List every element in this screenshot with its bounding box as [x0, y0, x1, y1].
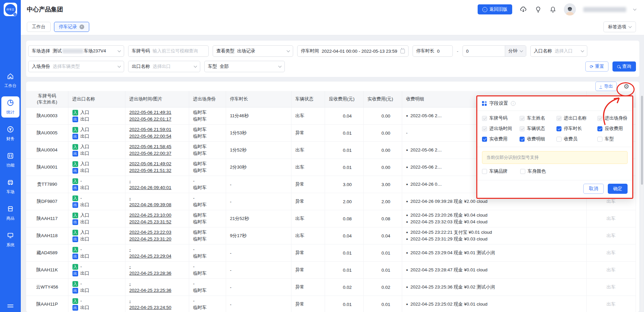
field-checkbox-unchecked[interactable]: 车型	[597, 136, 635, 142]
car-type-select[interactable]: 车型 全部	[204, 61, 285, 72]
field-checkbox-unchecked[interactable]: 车身颜色	[520, 168, 546, 174]
cancel-button[interactable]: 取消	[583, 184, 604, 194]
exit-time-link[interactable]: 2022-04-25 23:29:04	[129, 253, 185, 260]
exit-time-link[interactable]: 2022-05-06 22:00:54	[129, 133, 185, 140]
entry-time-link[interactable]: -	[129, 280, 185, 287]
field-checkbox-checked[interactable]: 收费明细	[520, 136, 556, 142]
sidebar-item-system[interactable]: 系统	[1, 229, 19, 250]
entry-time-link[interactable]: 2022-05-06 21:49:31	[129, 109, 185, 116]
entry-time-link[interactable]: -	[129, 178, 185, 184]
checkbox-checked-icon[interactable]	[520, 137, 525, 142]
checkbox-unchecked-icon[interactable]	[520, 169, 525, 174]
exit-time-link[interactable]: 2022-05-06 21:51:32	[129, 167, 185, 174]
sidebar-item-statistics[interactable]: 统计	[1, 96, 19, 118]
checkbox-unchecked-icon[interactable]	[597, 137, 602, 142]
close-icon[interactable]: ×	[79, 25, 84, 29]
entry-time-link[interactable]: 2022-05-06 21:49:02	[129, 161, 185, 167]
field-checkbox-checked[interactable]: 应收费用	[597, 126, 635, 132]
column-settings-gear-icon[interactable]: ⚙	[624, 83, 629, 90]
exit-time-link[interactable]: 2022-04-25 23:31:20	[129, 236, 185, 242]
field-checkbox-checked[interactable]: 停车时长	[556, 126, 597, 132]
entry-time-link[interactable]: -	[129, 246, 185, 253]
exit-time-link[interactable]: 2022-05-06 22:00:37	[129, 150, 185, 157]
exit-time-link[interactable]: 2022-05-06 22:01:17	[129, 116, 185, 123]
fee-detail-text: 2022-05-06 2…	[411, 113, 442, 118]
checkbox-unchecked-icon[interactable]	[556, 137, 561, 142]
checkbox-checked-icon[interactable]	[597, 126, 602, 131]
user-avatar[interactable]	[564, 3, 576, 15]
field-checkbox-unchecked[interactable]: 收费员	[556, 136, 597, 142]
field-checkbox-disabled-checked[interactable]: 车主姓名	[520, 115, 556, 121]
exit-time-link[interactable]: 2022-04-25 23:28:36	[129, 270, 185, 277]
duration-max-input[interactable]: 0 分钟	[463, 45, 526, 57]
fee-detail-text: 2022-04-25 23:32:03 现金 ¥0.04 cloud	[411, 219, 488, 224]
exit-time-link[interactable]: 2022-04-25 23:31:52	[129, 219, 185, 225]
view-type-select[interactable]: 查看类型 出场记录	[213, 45, 293, 57]
tab-parking-records[interactable]: 停车记录 ×	[54, 22, 89, 32]
parklot-select[interactable]: 车场选择 测试车场237V4	[28, 45, 124, 57]
entrance-name-select[interactable]: 入口名称 选择入口	[530, 45, 587, 57]
chevron-down-icon[interactable]	[633, 7, 637, 11]
bell-icon[interactable]	[549, 6, 556, 13]
exit-gate-name: 出口	[80, 253, 90, 260]
entry-time-link[interactable]: 2022-04-25 23:22:03	[129, 229, 185, 236]
back-to-old-version-button[interactable]: ← 返回旧版	[478, 4, 512, 14]
checkbox-unchecked-icon[interactable]	[482, 169, 487, 174]
entry-time-link[interactable]: 2022-05-06 21:58:45	[129, 143, 185, 150]
checkbox-checked-icon[interactable]	[597, 116, 602, 121]
exit-time-link[interactable]: 2022-04-25 23:24:50	[129, 304, 185, 311]
checkbox-checked-icon[interactable]	[482, 116, 487, 121]
parking-time-range-picker[interactable]: 停车时间 2022-04-01 00:00 - 2022-05-13 23:59	[297, 45, 409, 57]
sidebar-collapse-toggle[interactable]	[7, 305, 13, 307]
field-checkbox-disabled-checked[interactable]: 车牌号码	[482, 115, 520, 121]
confirm-button[interactable]: 确定	[608, 184, 628, 194]
entry-time-link[interactable]: -	[129, 195, 185, 202]
chevron-down-icon	[118, 64, 121, 68]
field-checkbox-disabled-checked[interactable]: 进出场身份	[597, 115, 635, 121]
entry-time-link[interactable]: 2022-05-06 21:59:01	[129, 126, 185, 133]
lightbulb-icon[interactable]	[534, 6, 542, 13]
field-checkbox-disabled-checked[interactable]: 进出口名称	[556, 115, 597, 121]
entry-identity-select[interactable]: 入场身份 选择车辆类型	[28, 61, 124, 72]
exit-time-link[interactable]: 2022-04-26 09:39:08	[129, 202, 185, 208]
app-logo[interactable]: 停车王 v	[4, 3, 17, 16]
sidebar-item-parking[interactable]: 车场	[1, 176, 19, 197]
checkbox-checked-icon[interactable]	[556, 126, 561, 131]
tag-options-button[interactable]: 标签选项	[603, 21, 636, 32]
entry-time-link[interactable]: -	[129, 298, 185, 304]
receivable-cell: 0.04	[325, 227, 363, 244]
export-button[interactable]: ↓导出	[595, 82, 617, 91]
checkbox-checked-icon[interactable]	[482, 126, 487, 131]
search-button[interactable]: 查询	[612, 61, 636, 72]
plate-cell: 陕AU0004	[26, 142, 68, 159]
entry-time-link[interactable]: -	[129, 263, 185, 270]
sidebar-item-workbench[interactable]: 工作台	[1, 70, 19, 91]
field-checkbox-disabled-checked[interactable]: 车辆状态	[520, 126, 556, 132]
field-checkbox-checked[interactable]: 实收费用	[482, 136, 520, 142]
table-row: 陕AAH118入入口出出口2022-04-25 23:22:032022-04-…	[26, 227, 636, 244]
sidebar-item-label: 车场	[6, 189, 14, 195]
cloud-download-icon[interactable]	[520, 6, 527, 13]
checkbox-checked-icon[interactable]	[520, 116, 525, 121]
checkbox-checked-icon[interactable]	[482, 137, 487, 142]
entry-time-link[interactable]: 2022-04-25 23:10:00	[129, 212, 185, 219]
tab-workbench[interactable]: 工作台	[27, 22, 51, 32]
sidebar-item-goods[interactable]: 商品	[1, 203, 19, 224]
scrollbar-thumb[interactable]	[641, 96, 643, 185]
reset-button[interactable]: ⟳重置	[585, 61, 608, 72]
exit-time-link[interactable]: 2022-04-25 23:25:36	[129, 287, 185, 294]
duration-unit-select[interactable]: 分钟	[505, 46, 526, 56]
vertical-scrollbar[interactable]	[641, 95, 643, 311]
plate-number-input[interactable]: 车牌号码 输入前三位可模糊查询	[128, 45, 209, 57]
field-checkbox-disabled-checked[interactable]: 进出场时间	[482, 126, 520, 132]
exit-gate-select[interactable]: 出口名称 选择出口	[128, 61, 200, 72]
field-checkbox-unchecked[interactable]: 车辆品牌	[482, 168, 507, 174]
duration-min-input[interactable]: 停车时长 0	[413, 45, 453, 57]
checkbox-checked-icon[interactable]	[520, 126, 525, 131]
sidebar-item-functions[interactable]: 功能	[1, 149, 19, 171]
bullet-icon: ●	[406, 285, 408, 289]
exit-time-link[interactable]: 2022-04-26 09:40:01	[129, 184, 185, 191]
checkbox-checked-icon[interactable]	[556, 116, 561, 121]
sidebar-item-finance[interactable]: 财务	[1, 123, 19, 144]
status-cell: 出车	[291, 142, 325, 159]
